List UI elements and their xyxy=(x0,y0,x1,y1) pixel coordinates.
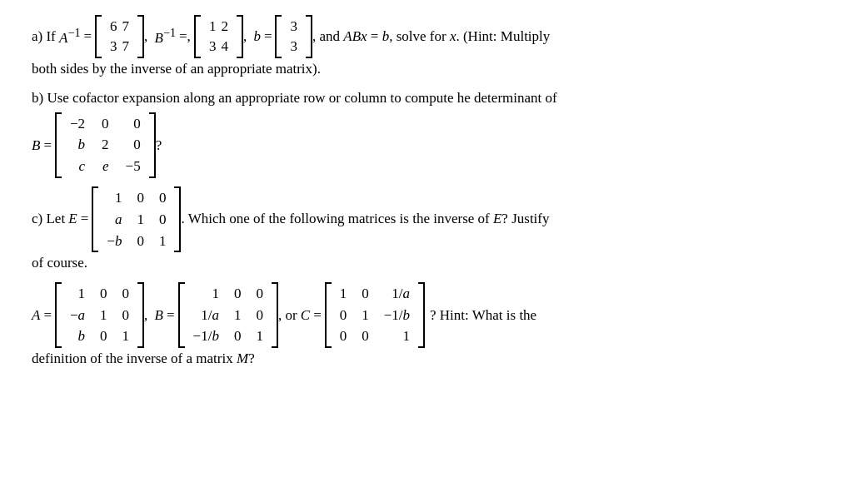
rest1: , and ABx = b, solve for x. (Hint: Multi… xyxy=(312,24,550,50)
part-c-line3: definition of the inverse of a matrix M? xyxy=(32,348,836,370)
A2-equals: = xyxy=(43,305,52,326)
A2-grid: 100 −a10 b01 xyxy=(64,282,135,348)
B-equals: = xyxy=(43,135,52,157)
E-grid: 100 a10 −b01 xyxy=(101,186,172,252)
B2-grid: 100 1/a10 −1/b01 xyxy=(187,282,269,348)
part-c-of-course: of course. xyxy=(32,252,836,274)
part-a-line2: both sides by the inverse of an appropri… xyxy=(32,58,836,80)
C-matrix: 101/a 01−1/b 001 xyxy=(325,282,425,348)
B2-matrix: 100 1/a10 −1/b01 xyxy=(178,282,278,348)
B2-label: B xyxy=(155,305,163,326)
B-question: ? xyxy=(156,135,162,157)
Binv-grid: 12 34 xyxy=(203,15,234,58)
part-a-label: a) If xyxy=(32,24,56,50)
hint-text: ? Hint: What is the xyxy=(430,305,536,326)
B2-equals: = xyxy=(167,305,175,326)
comma3: , xyxy=(144,305,147,326)
B-label: B xyxy=(32,135,40,157)
part-c-label: c) Let E xyxy=(32,206,77,232)
E-equals: = xyxy=(81,206,89,232)
Binv-matrix: 12 34 xyxy=(194,15,243,58)
Ainv-grid: 67 37 xyxy=(104,15,135,58)
A2-label: A xyxy=(32,305,40,326)
part-b: b) Use cofactor expansion along an appro… xyxy=(32,87,836,178)
b-equals: = xyxy=(264,24,272,50)
b-grid: 3 3 xyxy=(284,15,303,58)
B-grid: −200 b20 ce−5 xyxy=(64,112,147,178)
b-matrix: 3 3 xyxy=(275,15,312,58)
Ainv-text: A−1 xyxy=(59,22,80,51)
comma1: , xyxy=(144,24,147,50)
C-equals: = xyxy=(313,305,322,326)
part-a: a) If A−1 = 67 37 , B−1 =, 12 34 , xyxy=(32,15,836,79)
comma2: , xyxy=(243,24,247,50)
E-matrix: 100 a10 −b01 xyxy=(92,186,181,252)
B-matrix: −200 b20 ce−5 xyxy=(55,112,156,178)
part-b-matrix-line: B = −200 b20 ce−5 ? xyxy=(32,112,836,178)
part-c-matrices-line: A = 100 −a10 b01 , B = 100 1/a10 −1/b01 … xyxy=(32,282,836,348)
part-c-line1: c) Let E = 100 a10 −b01 . Which one of t… xyxy=(32,186,836,252)
b-text: b xyxy=(253,24,261,50)
part-c-rest1: . Which one of the following matrices is… xyxy=(181,206,549,232)
part-a-line1: a) If A−1 = 67 37 , B−1 =, 12 34 , xyxy=(32,15,836,58)
Binv-equals: =, xyxy=(179,24,191,50)
Ainv-equals: = xyxy=(83,24,92,50)
part-c: c) Let E = 100 a10 −b01 . Which one of t… xyxy=(32,186,836,370)
part-b-desc: b) Use cofactor expansion along an appro… xyxy=(32,87,836,109)
or-text: , or C xyxy=(278,305,310,326)
Ainv-matrix: 67 37 xyxy=(95,15,144,58)
Binv-text: B−1 xyxy=(155,22,176,51)
A2-matrix: 100 −a10 b01 xyxy=(55,282,144,348)
C-grid: 101/a 01−1/b 001 xyxy=(334,282,416,348)
